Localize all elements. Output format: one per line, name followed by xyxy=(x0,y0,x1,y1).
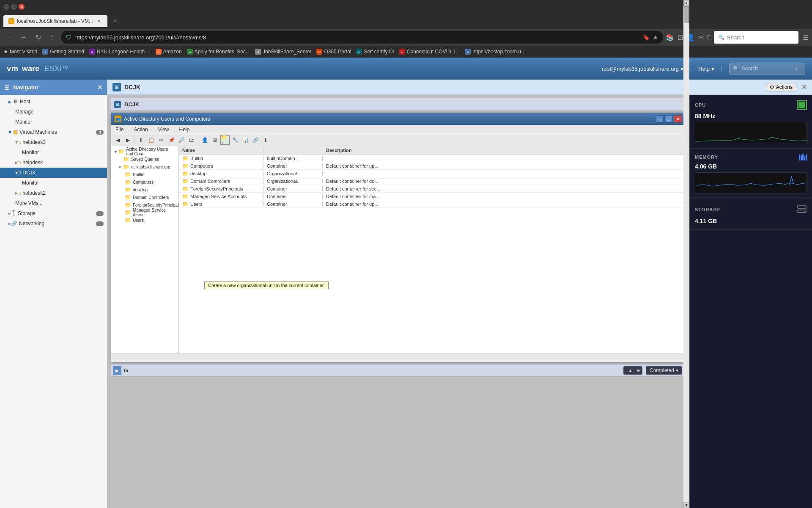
nav-item-dcjk-monitor[interactable]: Monitor xyxy=(0,178,107,188)
list-item-fsp[interactable]: 📁ForeignSecurityPrincipals Container Def… xyxy=(179,185,686,193)
overflow-menu-icon[interactable]: ☰ xyxy=(803,33,809,41)
back-button[interactable]: ← xyxy=(3,31,15,43)
new-tab-button[interactable]: + xyxy=(109,15,121,27)
tree-item-users[interactable]: 📁 Users xyxy=(113,216,177,224)
refresh-button[interactable]: ↻ xyxy=(32,31,44,43)
navigator-collapse-button[interactable]: ✕ xyxy=(97,83,103,91)
list-item-users[interactable]: 📁Users Container Default container for u… xyxy=(179,200,686,208)
completed-badge[interactable]: Completed ▾ xyxy=(646,366,682,375)
nav-item-storage[interactable]: ▸ 🗄 Storage 1 xyxy=(0,208,107,218)
actions-button[interactable]: ⚙ Actions xyxy=(766,83,796,91)
esxi-search-input[interactable] xyxy=(742,66,793,72)
nav-item-dcjk[interactable]: ▾ □ DCJK xyxy=(0,168,107,178)
list-item-msa[interactable]: 📁Managed Service Accounts Container Defa… xyxy=(179,193,686,200)
bookmark-selfcertify[interactable]: S Self certify Ct xyxy=(356,49,394,55)
dcjk-monitor-label: Monitor xyxy=(22,180,39,186)
user-menu[interactable]: root@mylab35.jobskillshare.org ▾ xyxy=(602,66,683,72)
ad-tb-btn4[interactable]: 📌 xyxy=(167,135,176,145)
list-item-desktop[interactable]: 📁desktop Organizational... xyxy=(179,170,686,177)
ad-close-button[interactable]: ✕ xyxy=(674,115,682,123)
browser-search-input[interactable] xyxy=(727,34,790,41)
nav-item-helpdesk[interactable]: ▸ □ helpdesk xyxy=(0,157,107,168)
nav-item-helpdesk2[interactable]: ▸ □ helpdesk2 xyxy=(0,188,107,198)
tree-item-computers[interactable]: 📁 Computers xyxy=(113,178,177,186)
bookmark-jobskillshare[interactable]: J JobSkillShare_Server xyxy=(255,49,311,55)
home-button[interactable]: ⌂ xyxy=(47,31,58,43)
synced-tabs-icon[interactable]: ⊡ xyxy=(678,33,683,41)
nav-item-helpdesk3[interactable]: ▾ □ helpdesk3 xyxy=(0,137,107,147)
ad-tb-btn9[interactable]: 🔧 xyxy=(230,135,240,145)
nav-item-more-vms[interactable]: More VMs... xyxy=(0,198,107,208)
nav-item-vms[interactable]: ▾ ▦ Virtual Machines 4 xyxy=(0,127,107,137)
ad-tb-btn1[interactable]: ⬆ xyxy=(136,135,145,145)
tree-item-builtin[interactable]: 📁 Builtin xyxy=(113,171,177,178)
bookmark-apply-benefits[interactable]: A Apply for Benefits, Soc... xyxy=(187,49,250,55)
domain-expand[interactable]: ▾ xyxy=(119,165,123,169)
nav-item-helpdesk3-monitor[interactable]: Monitor xyxy=(0,147,107,157)
ad-tb-btn6[interactable]: 🗂 xyxy=(187,135,196,145)
esxi-search-dropdown-icon[interactable]: ▾ xyxy=(795,66,798,72)
container-icon[interactable]: □ xyxy=(707,33,711,41)
filter-select[interactable]: ▲ xyxy=(623,366,642,375)
ad-menu-file[interactable]: File xyxy=(113,126,126,133)
bookmark-icon[interactable]: 🔖 xyxy=(643,34,650,41)
nav-item-host[interactable]: ▸ 🖥 Host xyxy=(0,97,107,107)
ad-restore-button[interactable]: □ xyxy=(664,115,673,123)
bookmark-o365[interactable]: O O365 Portal xyxy=(316,49,351,55)
bookmark-getting-started[interactable]: i Getting Started xyxy=(42,49,84,55)
tree-item-desktop[interactable]: 📁 desktop xyxy=(113,186,177,193)
list-item-computers[interactable]: 📁Computers Container Default container f… xyxy=(179,162,686,170)
ad-tb-new-ou[interactable]: 📁+ xyxy=(220,135,230,145)
scroll-down-button[interactable]: ▼ xyxy=(683,502,689,508)
dc-desc: Default container for do... xyxy=(323,179,686,184)
ad-tb-btn11[interactable]: 🔗 xyxy=(251,135,260,145)
list-item-dc[interactable]: 📁Domain Controllers Organizational... De… xyxy=(179,177,686,185)
ad-tb-btn2[interactable]: 📋 xyxy=(146,135,156,145)
library-icon[interactable]: 📚 xyxy=(666,33,674,41)
bookmark-zoom[interactable]: Z https://bestop.zoom.u... xyxy=(465,49,525,55)
forward-button[interactable]: → xyxy=(18,31,30,43)
right-scrollbar[interactable]: ▲ ▼ xyxy=(683,80,689,508)
star-icon[interactable]: ★ xyxy=(653,34,658,41)
bookmark-covid[interactable]: C Connecticut COVID-1... xyxy=(399,49,460,55)
bookmark-most-visited[interactable]: ★ Most Visited xyxy=(3,49,37,55)
screenshot-icon[interactable]: ✂ xyxy=(698,33,704,41)
ad-tb-back[interactable]: ◀ xyxy=(113,135,122,145)
root-expand-icon[interactable]: ▾ xyxy=(115,149,118,154)
ad-tb-btn3[interactable]: ✂ xyxy=(156,135,166,145)
tab-close-button[interactable]: ✕ xyxy=(96,18,102,25)
bookmark-nyu[interactable]: N NYU Langone Health ... xyxy=(89,49,151,55)
nav-item-networking[interactable]: ▸ 🔗 Networking 1 xyxy=(0,218,107,229)
ad-tb-btn12[interactable]: ℹ xyxy=(261,135,270,145)
esxi-search-bar[interactable]: 🔍 ▾ xyxy=(729,63,805,75)
ad-menu-help[interactable]: Help xyxy=(177,126,192,133)
nav-item-manage[interactable]: Manage xyxy=(0,107,107,117)
browser-tab-active[interactable]: V localhost.JobSkillshare.lab - VM... ✕ xyxy=(3,15,107,27)
apply-benefits-icon: A xyxy=(187,49,193,55)
bookmark-amazon[interactable]: a Amazon xyxy=(156,49,182,55)
ad-minimize-button[interactable]: ─ xyxy=(655,115,664,123)
tree-item-domain[interactable]: ▾ 📁 dcjk.jobskillshare.org xyxy=(113,163,177,171)
address-bar[interactable]: 🛡 https://mylab35.jobskillshare.org:7001… xyxy=(61,31,663,44)
maximize-button[interactable]: □ xyxy=(11,4,17,10)
ad-tb-btn5[interactable]: 🔎 xyxy=(177,135,186,145)
tree-item-saved-queries[interactable]: ▸ 📁 Saved Queries xyxy=(113,155,177,163)
tree-item-root[interactable]: ▾ 📁 Active Directory Users and Com xyxy=(113,148,177,155)
ad-tb-forward[interactable]: ▶ xyxy=(123,135,132,145)
ad-tb-btn8[interactable]: 🖥 xyxy=(210,135,219,145)
ad-menu-bar: File Action View Help xyxy=(111,125,686,134)
ad-menu-view[interactable]: View xyxy=(156,126,172,133)
nav-item-monitor[interactable]: Monitor xyxy=(0,117,107,127)
ad-menu-action[interactable]: Action xyxy=(131,126,150,133)
tree-item-dc[interactable]: 📁 Domain Controllers xyxy=(113,193,177,201)
ad-tb-btn10[interactable]: 📊 xyxy=(241,135,250,145)
vm-close-button[interactable]: ✕ xyxy=(801,83,807,91)
ad-tb-btn7[interactable]: 👤 xyxy=(200,135,209,145)
ad-toolbar: ◀ ▶ ⬆ 📋 ✂ 📌 🔎 🗂 👤 🖥 📁+ 🔧 xyxy=(111,134,686,146)
list-item-builtin[interactable]: 📁Builtin builtinDomain xyxy=(179,155,686,162)
minimize-button[interactable]: ─ xyxy=(3,4,9,10)
tree-item-msa[interactable]: 📁 Managed Service Accou xyxy=(113,209,177,216)
close-button[interactable]: ✕ xyxy=(19,4,25,10)
browser-search-bar[interactable]: 🔍 xyxy=(714,31,798,44)
help-menu[interactable]: Help ▾ xyxy=(698,66,714,72)
